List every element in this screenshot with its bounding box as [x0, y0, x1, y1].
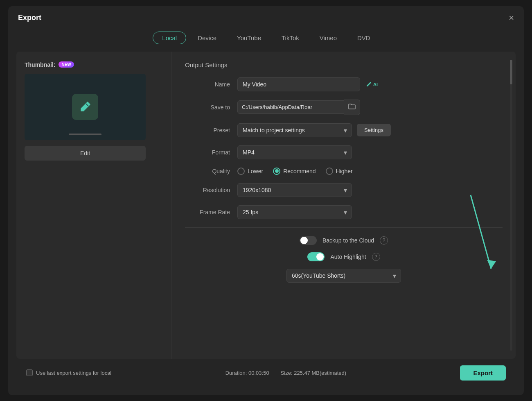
tab-tiktok[interactable]: TikTok: [273, 32, 308, 44]
auto-highlight-label: Auto Highlight: [330, 254, 366, 260]
ai-rename-button[interactable]: AI: [365, 81, 378, 88]
quality-label: Quality: [185, 168, 230, 174]
shorts-select[interactable]: 60s(YouTube Shorts) 30s 90s: [286, 269, 401, 283]
resolution-label: Resolution: [185, 187, 230, 193]
edit-button[interactable]: Edit: [25, 146, 146, 161]
backup-row: Backup to the Cloud ?: [185, 236, 503, 245]
resolution-row: Resolution 1920x1080 1280x720 3840x2160: [185, 183, 503, 197]
shorts-select-wrap: 60s(YouTube Shorts) 30s 90s: [286, 269, 401, 283]
quality-higher[interactable]: Higher: [326, 168, 353, 175]
dialog-title: Export: [18, 14, 41, 22]
auto-highlight-toggle[interactable]: [307, 252, 325, 261]
preset-label: Preset: [185, 127, 230, 134]
quality-lower-label: Lower: [248, 168, 263, 174]
preset-row: Preset Match to project settings Setting…: [185, 123, 503, 137]
folder-button[interactable]: [344, 100, 360, 115]
use-last-checkbox: Use last export settings for local: [26, 369, 111, 376]
duration-text: Duration: 00:03:50: [225, 370, 269, 376]
size-text: Size: 225.47 MB(estimated): [281, 370, 346, 376]
format-label: Format: [185, 149, 230, 156]
thumbnail-preview: [25, 74, 146, 140]
auto-highlight-help-icon[interactable]: ?: [372, 253, 380, 261]
bottom-bar: Use last export settings for local Durat…: [16, 359, 516, 387]
resolution-select-wrap: 1920x1080 1280x720 3840x2160: [237, 183, 352, 197]
quality-recommend[interactable]: Recommend: [273, 168, 316, 175]
divider: [185, 227, 503, 228]
output-settings-title: Output Settings: [185, 61, 503, 68]
framerate-select[interactable]: 25 fps 24 fps 30 fps 60 fps: [237, 205, 352, 219]
name-row: Name AI: [185, 77, 503, 91]
thumbnail-icon-box: [72, 94, 98, 120]
use-last-label: Use last export settings for local: [36, 370, 111, 376]
duration-size: Duration: 00:03:50 Size: 225.47 MB(estim…: [225, 370, 346, 376]
pencil-ai-icon: [365, 81, 372, 88]
save-to-control: [237, 100, 360, 115]
framerate-label: Frame Rate: [185, 209, 230, 215]
export-dialog: Export × Local Device YouTube TikTok Vim…: [8, 6, 524, 395]
name-label: Name: [185, 81, 230, 88]
quality-lower[interactable]: Lower: [237, 168, 263, 175]
tab-youtube[interactable]: YouTube: [228, 32, 270, 44]
tab-local[interactable]: Local: [153, 32, 186, 44]
resolution-select[interactable]: 1920x1080 1280x720 3840x2160: [237, 183, 352, 197]
use-last-checkbox-box[interactable]: [26, 369, 33, 376]
save-to-input[interactable]: [237, 100, 344, 114]
backup-toggle[interactable]: [300, 236, 317, 245]
title-bar: Export ×: [8, 6, 524, 28]
thumbnail-label: Thumbnail: NEW: [25, 61, 163, 68]
backup-toggle-thumb: [300, 237, 308, 244]
quality-options: Lower Recommend Higher: [237, 168, 353, 175]
pencil-icon: [79, 100, 92, 113]
framerate-row: Frame Rate 25 fps 24 fps 30 fps 60 fps: [185, 205, 503, 219]
tab-dvd[interactable]: DVD: [348, 32, 379, 44]
quality-lower-circle: [237, 168, 245, 175]
auto-highlight-toggle-thumb: [316, 253, 324, 261]
preset-select[interactable]: Match to project settings: [237, 123, 352, 137]
format-row: Format MP4 MOV AVI: [185, 145, 503, 159]
name-input[interactable]: [237, 77, 360, 91]
close-button[interactable]: ×: [509, 14, 514, 23]
export-button[interactable]: Export: [460, 365, 506, 381]
new-badge: NEW: [59, 61, 74, 68]
framerate-select-wrap: 25 fps 24 fps 30 fps 60 fps: [237, 205, 352, 219]
folder-icon: [348, 103, 356, 110]
quality-higher-circle: [326, 168, 333, 175]
shorts-row: 60s(YouTube Shorts) 30s 90s: [185, 269, 503, 283]
backup-label: Backup to the Cloud: [322, 237, 374, 244]
thumbnail-bar: [69, 134, 101, 135]
tab-device[interactable]: Device: [189, 32, 225, 44]
quality-row: Quality Lower Recommend Higher: [185, 168, 503, 175]
format-select[interactable]: MP4 MOV AVI: [237, 145, 352, 159]
main-content: Thumbnail: NEW Edit Output Settings Name: [16, 52, 516, 359]
scrollbar-track: [510, 60, 512, 351]
right-panel: Output Settings Name AI Save to: [172, 52, 516, 359]
preset-select-wrap: Match to project settings: [237, 123, 352, 137]
tab-vimeo[interactable]: Vimeo: [311, 32, 346, 44]
ai-label: AI: [373, 82, 378, 87]
tabs-row: Local Device YouTube TikTok Vimeo DVD: [8, 28, 524, 52]
quality-higher-label: Higher: [336, 168, 353, 174]
settings-button[interactable]: Settings: [357, 124, 391, 136]
name-control: [237, 77, 360, 91]
format-select-wrap: MP4 MOV AVI: [237, 145, 352, 159]
quality-recommend-circle: [273, 168, 280, 175]
left-panel: Thumbnail: NEW Edit: [16, 52, 172, 359]
save-to-label: Save to: [185, 104, 230, 111]
quality-recommend-label: Recommend: [283, 168, 316, 174]
auto-highlight-row: Auto Highlight ?: [185, 252, 503, 261]
scrollbar-thumb[interactable]: [510, 60, 512, 84]
save-to-row: Save to: [185, 100, 503, 115]
backup-help-icon[interactable]: ?: [380, 236, 388, 245]
